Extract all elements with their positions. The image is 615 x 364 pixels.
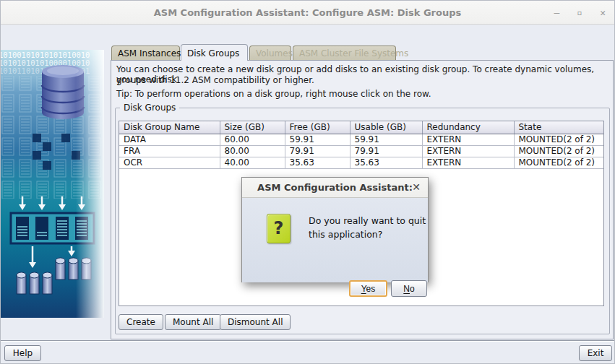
disk-groups-table[interactable]: Disk Group NameSize (GB)Free (GB)Usable … xyxy=(119,121,604,169)
table-cell: 80.00 xyxy=(220,146,285,157)
column-header: Usable (GB) xyxy=(350,121,422,134)
titlebar: ASM Configuration Assistant: Configure A… xyxy=(1,1,614,25)
table-cell: 60.00 xyxy=(220,134,285,146)
help-button[interactable]: Help xyxy=(4,345,41,361)
app-window: ASM Configuration Assistant: Configure A… xyxy=(0,0,615,364)
table-cell: EXTERN xyxy=(422,157,514,169)
disk-groups-legend: Disk Groups xyxy=(120,103,179,113)
column-header: Disk Group Name xyxy=(119,121,220,134)
maximize-icon[interactable]: ▫ xyxy=(577,8,582,17)
table-cell: EXTERN xyxy=(422,146,514,157)
dialog-message-line2: this application? xyxy=(309,229,382,240)
create-button[interactable]: Create xyxy=(119,314,163,330)
yes-button[interactable]: Yes xyxy=(349,280,387,297)
tip-text: Tip: To perform operations on a disk gro… xyxy=(116,89,612,99)
table-cell: 35.63 xyxy=(350,157,422,169)
table-row[interactable]: OCR40.0035.6335.63EXTERNMOUNTED(2 of 2) xyxy=(119,157,604,169)
tab-disk-groups[interactable]: Disk Groups xyxy=(181,44,248,61)
window-controls: – ▫ ✕ xyxy=(554,1,606,25)
disk-groups-table-body: DATA60.0059.9159.91EXTERNMOUNTED(2 of 2)… xyxy=(119,134,604,169)
column-header: Free (GB) xyxy=(285,121,350,134)
table-cell: MOUNTED(2 of 2) xyxy=(514,134,604,146)
table-row[interactable]: DATA60.0059.9159.91EXTERNMOUNTED(2 of 2) xyxy=(119,134,604,146)
minimize-icon[interactable]: – xyxy=(554,8,560,17)
close-icon[interactable]: ✕ xyxy=(600,8,606,17)
dialog-titlebar: ASM Configuration Assistant: ✕ xyxy=(242,178,428,198)
description-text-line2: groups with 11.2 ASM compatibility or hi… xyxy=(116,75,612,85)
sidebar-fade xyxy=(76,50,104,318)
tab-volumes: Volumes xyxy=(249,46,291,61)
table-cell: FRA xyxy=(119,146,220,157)
tab-asm-cluster-file-systems: ASM Cluster File Systems xyxy=(293,46,396,61)
column-header: Size (GB) xyxy=(220,121,285,134)
column-header: State xyxy=(514,121,604,134)
tab-asm-instances[interactable]: ASM Instances xyxy=(111,46,180,61)
dialog-title: ASM Configuration Assistant: xyxy=(257,182,413,193)
sidebar-graphic: 10100101010101010010 1010101010100001001… xyxy=(1,50,104,318)
footer-separator-highlight xyxy=(1,341,614,342)
no-button[interactable]: No xyxy=(391,280,427,297)
dialog-message-line1: Do you really want to quit xyxy=(309,215,426,226)
window-title: ASM Configuration Assistant: Configure A… xyxy=(154,7,462,18)
column-header: Redundancy xyxy=(422,121,514,134)
table-cell: 79.91 xyxy=(285,146,350,157)
table-cell: DATA xyxy=(119,134,220,146)
mount-all-button[interactable]: Mount All xyxy=(165,314,221,330)
quit-confirmation-dialog: ASM Configuration Assistant: ✕ ? Do you … xyxy=(241,177,429,282)
table-cell: 40.00 xyxy=(220,157,285,169)
table-cell: MOUNTED(2 of 2) xyxy=(514,146,604,157)
table-cell: 79.91 xyxy=(350,146,422,157)
dialog-close-icon[interactable]: ✕ xyxy=(412,181,421,193)
exit-button[interactable]: Exit xyxy=(579,345,612,361)
table-cell: 59.91 xyxy=(285,134,350,146)
table-cell: EXTERN xyxy=(422,134,514,146)
question-icon: ? xyxy=(267,214,291,243)
table-cell: 35.63 xyxy=(285,157,350,169)
table-cell: OCR xyxy=(119,157,220,169)
dialog-body: ? Do you really want to quit this applic… xyxy=(242,198,428,282)
dismount-all-button[interactable]: Dismount All xyxy=(220,314,291,330)
table-cell: MOUNTED(2 of 2) xyxy=(514,157,604,169)
table-row[interactable]: FRA80.0079.9179.91EXTERNMOUNTED(2 of 2) xyxy=(119,146,604,157)
table-cell: 59.91 xyxy=(350,134,422,146)
disk-groups-table-header-row: Disk Group NameSize (GB)Free (GB)Usable … xyxy=(119,121,604,134)
